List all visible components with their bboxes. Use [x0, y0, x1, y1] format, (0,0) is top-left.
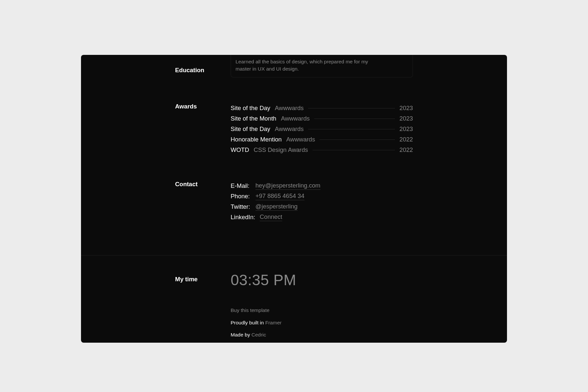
- contact-row-email: E-Mail: hey@jespersterling.com: [231, 181, 413, 191]
- section-heading-mytime: My time: [175, 276, 231, 283]
- built-in-prefix: Proudly built in: [231, 320, 264, 325]
- education-card: Learned all the basics of design, which …: [231, 55, 413, 78]
- award-year: 2022: [400, 136, 413, 143]
- award-org: Awwwards: [286, 136, 315, 143]
- award-divider: [308, 129, 395, 129]
- contact-phone-link[interactable]: +97 8865 4654 34: [255, 192, 304, 200]
- award-title: Honorable Mention: [231, 136, 282, 143]
- contact-label: LinkedIn:: [231, 214, 255, 221]
- award-title: Site of the Month: [231, 115, 276, 122]
- contact-row-twitter: Twitter: @jespersterling: [231, 202, 413, 212]
- footer-divider: [81, 255, 507, 255]
- award-title: Site of the Day: [231, 125, 270, 133]
- education-card-text: Learned all the basics of design, which …: [236, 58, 379, 73]
- award-org: Awwwards: [275, 125, 303, 133]
- award-row: Site of the Day Awwwards 2023: [231, 103, 413, 113]
- contact-twitter-link[interactable]: @jespersterling: [255, 203, 298, 211]
- contact-label: E-Mail:: [231, 182, 251, 189]
- award-org: Awwwards: [275, 105, 303, 112]
- buy-template-link[interactable]: Buy this template: [231, 307, 270, 313]
- award-divider: [314, 119, 395, 119]
- award-year: 2023: [400, 105, 413, 112]
- award-year: 2023: [400, 125, 413, 133]
- award-divider: [313, 150, 395, 150]
- award-row: Site of the Month Awwwards 2023: [231, 113, 413, 124]
- contact-row-phone: Phone: +97 8865 4654 34: [231, 191, 413, 202]
- award-org: Awwwards: [281, 115, 310, 122]
- contact-row-linkedin: LinkedIn: Connect: [231, 212, 413, 222]
- award-divider: [319, 139, 395, 140]
- contact-label: Phone:: [231, 193, 251, 200]
- author-link[interactable]: Cedric: [252, 332, 266, 337]
- award-year: 2023: [400, 115, 413, 122]
- framer-link[interactable]: Framer: [265, 320, 282, 325]
- award-title: WOTD: [231, 146, 249, 154]
- contact-email-link[interactable]: hey@jespersterling.com: [255, 182, 320, 190]
- clock-value: 03:35 PM: [231, 271, 413, 289]
- award-org: CSS Design Awards: [254, 146, 308, 154]
- award-divider: [308, 108, 395, 108]
- made-by-prefix: Made by: [231, 332, 250, 337]
- award-year: 2022: [400, 146, 413, 154]
- award-row: Site of the Day Awwwards 2023: [231, 124, 413, 134]
- award-row: Honorable Mention Awwwards 2022: [231, 134, 413, 145]
- award-row: WOTD CSS Design Awards 2022: [231, 145, 413, 155]
- contact-linkedin-link[interactable]: Connect: [260, 213, 282, 221]
- page-window: Education Learned all the basics of desi…: [81, 55, 507, 343]
- award-title: Site of the Day: [231, 105, 270, 112]
- section-heading-awards: Awards: [175, 103, 231, 110]
- section-heading-contact: Contact: [175, 181, 231, 188]
- contact-label: Twitter:: [231, 203, 251, 210]
- section-heading-education: Education: [175, 67, 231, 74]
